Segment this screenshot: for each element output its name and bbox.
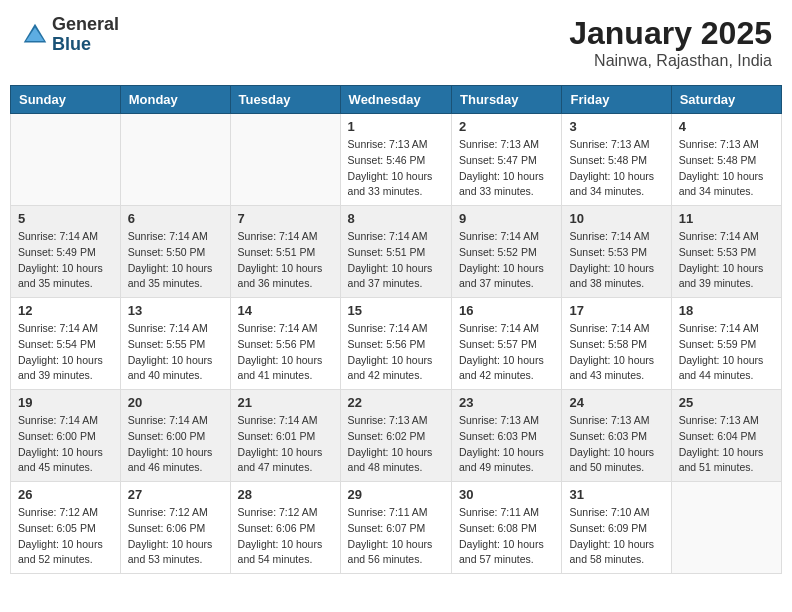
calendar-cell: 22Sunrise: 7:13 AMSunset: 6:02 PMDayligh… — [340, 390, 451, 482]
calendar-cell: 27Sunrise: 7:12 AMSunset: 6:06 PMDayligh… — [120, 482, 230, 574]
day-number: 2 — [459, 119, 554, 134]
calendar-cell: 31Sunrise: 7:10 AMSunset: 6:09 PMDayligh… — [562, 482, 671, 574]
calendar-cell — [120, 114, 230, 206]
day-info: Sunrise: 7:14 AMSunset: 5:56 PMDaylight:… — [238, 321, 333, 384]
calendar-cell: 3Sunrise: 7:13 AMSunset: 5:48 PMDaylight… — [562, 114, 671, 206]
calendar-cell: 19Sunrise: 7:14 AMSunset: 6:00 PMDayligh… — [11, 390, 121, 482]
day-number: 27 — [128, 487, 223, 502]
day-number: 13 — [128, 303, 223, 318]
calendar-week-row: 26Sunrise: 7:12 AMSunset: 6:05 PMDayligh… — [11, 482, 782, 574]
day-number: 16 — [459, 303, 554, 318]
logo-blue: Blue — [52, 35, 119, 55]
weekday-header-sunday: Sunday — [11, 86, 121, 114]
calendar-cell: 11Sunrise: 7:14 AMSunset: 5:53 PMDayligh… — [671, 206, 781, 298]
day-info: Sunrise: 7:13 AMSunset: 5:47 PMDaylight:… — [459, 137, 554, 200]
day-info: Sunrise: 7:14 AMSunset: 5:52 PMDaylight:… — [459, 229, 554, 292]
weekday-header-row: SundayMondayTuesdayWednesdayThursdayFrid… — [11, 86, 782, 114]
calendar-cell: 4Sunrise: 7:13 AMSunset: 5:48 PMDaylight… — [671, 114, 781, 206]
calendar-cell: 30Sunrise: 7:11 AMSunset: 6:08 PMDayligh… — [452, 482, 562, 574]
day-info: Sunrise: 7:14 AMSunset: 5:59 PMDaylight:… — [679, 321, 774, 384]
day-info: Sunrise: 7:14 AMSunset: 5:51 PMDaylight:… — [348, 229, 444, 292]
day-info: Sunrise: 7:14 AMSunset: 5:53 PMDaylight:… — [679, 229, 774, 292]
day-info: Sunrise: 7:14 AMSunset: 6:00 PMDaylight:… — [18, 413, 113, 476]
day-info: Sunrise: 7:14 AMSunset: 5:54 PMDaylight:… — [18, 321, 113, 384]
calendar-cell: 12Sunrise: 7:14 AMSunset: 5:54 PMDayligh… — [11, 298, 121, 390]
day-number: 17 — [569, 303, 663, 318]
day-info: Sunrise: 7:10 AMSunset: 6:09 PMDaylight:… — [569, 505, 663, 568]
day-number: 25 — [679, 395, 774, 410]
day-info: Sunrise: 7:13 AMSunset: 5:48 PMDaylight:… — [569, 137, 663, 200]
day-number: 21 — [238, 395, 333, 410]
day-info: Sunrise: 7:14 AMSunset: 5:49 PMDaylight:… — [18, 229, 113, 292]
location: Nainwa, Rajasthan, India — [569, 52, 772, 70]
calendar-cell — [671, 482, 781, 574]
calendar-cell: 18Sunrise: 7:14 AMSunset: 5:59 PMDayligh… — [671, 298, 781, 390]
weekday-header-wednesday: Wednesday — [340, 86, 451, 114]
day-number: 10 — [569, 211, 663, 226]
calendar-week-row: 12Sunrise: 7:14 AMSunset: 5:54 PMDayligh… — [11, 298, 782, 390]
calendar-cell: 25Sunrise: 7:13 AMSunset: 6:04 PMDayligh… — [671, 390, 781, 482]
calendar-cell: 7Sunrise: 7:14 AMSunset: 5:51 PMDaylight… — [230, 206, 340, 298]
day-number: 28 — [238, 487, 333, 502]
day-number: 5 — [18, 211, 113, 226]
logo-general: General — [52, 15, 119, 35]
calendar: SundayMondayTuesdayWednesdayThursdayFrid… — [10, 85, 782, 574]
weekday-header-saturday: Saturday — [671, 86, 781, 114]
calendar-cell: 24Sunrise: 7:13 AMSunset: 6:03 PMDayligh… — [562, 390, 671, 482]
calendar-cell — [11, 114, 121, 206]
weekday-header-thursday: Thursday — [452, 86, 562, 114]
day-info: Sunrise: 7:14 AMSunset: 5:50 PMDaylight:… — [128, 229, 223, 292]
day-number: 3 — [569, 119, 663, 134]
day-info: Sunrise: 7:13 AMSunset: 6:03 PMDaylight:… — [459, 413, 554, 476]
day-number: 26 — [18, 487, 113, 502]
calendar-cell: 9Sunrise: 7:14 AMSunset: 5:52 PMDaylight… — [452, 206, 562, 298]
calendar-cell: 23Sunrise: 7:13 AMSunset: 6:03 PMDayligh… — [452, 390, 562, 482]
day-number: 24 — [569, 395, 663, 410]
calendar-cell: 26Sunrise: 7:12 AMSunset: 6:05 PMDayligh… — [11, 482, 121, 574]
day-number: 22 — [348, 395, 444, 410]
weekday-header-friday: Friday — [562, 86, 671, 114]
day-info: Sunrise: 7:14 AMSunset: 5:55 PMDaylight:… — [128, 321, 223, 384]
calendar-cell: 14Sunrise: 7:14 AMSunset: 5:56 PMDayligh… — [230, 298, 340, 390]
day-number: 31 — [569, 487, 663, 502]
day-info: Sunrise: 7:12 AMSunset: 6:05 PMDaylight:… — [18, 505, 113, 568]
logo: General Blue — [20, 15, 119, 55]
day-info: Sunrise: 7:13 AMSunset: 6:04 PMDaylight:… — [679, 413, 774, 476]
logo-text: General Blue — [52, 15, 119, 55]
calendar-cell: 29Sunrise: 7:11 AMSunset: 6:07 PMDayligh… — [340, 482, 451, 574]
calendar-cell: 6Sunrise: 7:14 AMSunset: 5:50 PMDaylight… — [120, 206, 230, 298]
month-title: January 2025 — [569, 15, 772, 52]
title-block: January 2025 Nainwa, Rajasthan, India — [569, 15, 772, 70]
day-info: Sunrise: 7:12 AMSunset: 6:06 PMDaylight:… — [128, 505, 223, 568]
day-number: 11 — [679, 211, 774, 226]
day-info: Sunrise: 7:13 AMSunset: 5:48 PMDaylight:… — [679, 137, 774, 200]
day-info: Sunrise: 7:13 AMSunset: 5:46 PMDaylight:… — [348, 137, 444, 200]
calendar-cell — [230, 114, 340, 206]
day-info: Sunrise: 7:14 AMSunset: 5:57 PMDaylight:… — [459, 321, 554, 384]
weekday-header-tuesday: Tuesday — [230, 86, 340, 114]
day-number: 14 — [238, 303, 333, 318]
calendar-cell: 20Sunrise: 7:14 AMSunset: 6:00 PMDayligh… — [120, 390, 230, 482]
day-info: Sunrise: 7:14 AMSunset: 5:58 PMDaylight:… — [569, 321, 663, 384]
day-info: Sunrise: 7:14 AMSunset: 6:00 PMDaylight:… — [128, 413, 223, 476]
day-number: 4 — [679, 119, 774, 134]
day-number: 15 — [348, 303, 444, 318]
day-info: Sunrise: 7:14 AMSunset: 6:01 PMDaylight:… — [238, 413, 333, 476]
day-number: 9 — [459, 211, 554, 226]
day-number: 20 — [128, 395, 223, 410]
calendar-cell: 21Sunrise: 7:14 AMSunset: 6:01 PMDayligh… — [230, 390, 340, 482]
day-number: 1 — [348, 119, 444, 134]
day-info: Sunrise: 7:13 AMSunset: 6:02 PMDaylight:… — [348, 413, 444, 476]
day-number: 12 — [18, 303, 113, 318]
day-number: 18 — [679, 303, 774, 318]
day-info: Sunrise: 7:13 AMSunset: 6:03 PMDaylight:… — [569, 413, 663, 476]
day-number: 8 — [348, 211, 444, 226]
day-number: 23 — [459, 395, 554, 410]
calendar-cell: 28Sunrise: 7:12 AMSunset: 6:06 PMDayligh… — [230, 482, 340, 574]
calendar-cell: 8Sunrise: 7:14 AMSunset: 5:51 PMDaylight… — [340, 206, 451, 298]
calendar-week-row: 19Sunrise: 7:14 AMSunset: 6:00 PMDayligh… — [11, 390, 782, 482]
day-info: Sunrise: 7:14 AMSunset: 5:56 PMDaylight:… — [348, 321, 444, 384]
calendar-cell: 15Sunrise: 7:14 AMSunset: 5:56 PMDayligh… — [340, 298, 451, 390]
logo-icon — [20, 20, 50, 50]
day-info: Sunrise: 7:14 AMSunset: 5:53 PMDaylight:… — [569, 229, 663, 292]
